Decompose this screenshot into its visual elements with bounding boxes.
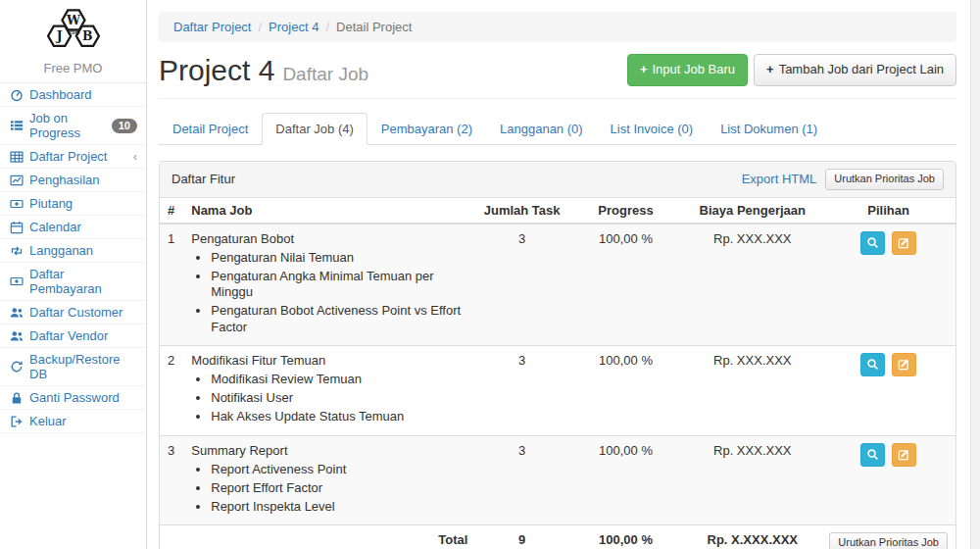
table-icon bbox=[9, 150, 24, 164]
col-pilihan: Pilihan bbox=[821, 198, 956, 224]
page-header: Project 4Daftar Job +Input Job Baru +Tam… bbox=[159, 46, 956, 99]
refresh-icon bbox=[9, 360, 24, 374]
edit-icon bbox=[898, 448, 910, 461]
job-sub-list: Modifikasi Review Temuan Notifikasi User… bbox=[197, 372, 467, 425]
breadcrumb-project-4[interactable]: Project 4 bbox=[269, 20, 318, 34]
search-icon bbox=[866, 236, 879, 249]
biaya-value: Rp. XXX.XXX bbox=[683, 435, 821, 525]
table-header-row: # Nama Job Jumlah Task Progress Biaya Pe… bbox=[160, 198, 956, 224]
sidebar-item-piutang[interactable]: Piutang bbox=[0, 192, 146, 216]
sidebar-item-label: Keluar bbox=[29, 414, 67, 428]
input-job-baru-button[interactable]: +Input Job Baru bbox=[627, 54, 748, 85]
job-sub-item: Report Inspekta Level bbox=[211, 499, 467, 515]
sidebar-item-job-on-progress[interactable]: Job on Progress 10 bbox=[0, 107, 146, 145]
sidebar-item-ganti-password[interactable]: Ganti Password bbox=[0, 386, 146, 410]
table-row: 1 Pengaturan Bobot Pengaturan Nilai Temu… bbox=[160, 224, 956, 346]
sidebar-nav: Dashboard Job on Progress 10 Daftar Proj… bbox=[0, 83, 146, 433]
breadcrumb: Daftar Project/Project 4/Detail Project bbox=[159, 12, 956, 42]
sidebar-item-dashboard[interactable]: Dashboard bbox=[0, 83, 146, 107]
job-name-cell: Modifikasi Fitur Temuan Modifikasi Revie… bbox=[183, 345, 475, 435]
page-title: Project 4Daftar Job bbox=[159, 54, 368, 86]
col-biaya-pengerjaan: Biaya Pengerjaan bbox=[683, 198, 821, 224]
calendar-icon bbox=[9, 221, 24, 234]
breadcrumb-daftar-project[interactable]: Daftar Project bbox=[173, 20, 251, 34]
job-sub-item: Pengaturan Bobot Activeness Point vs Eff… bbox=[211, 303, 467, 335]
sidebar-item-label: Calendar bbox=[29, 220, 81, 234]
th-list-icon bbox=[9, 119, 24, 132]
tab-list-invoice[interactable]: List Invoice (0) bbox=[597, 113, 708, 145]
edit-job-button[interactable] bbox=[892, 231, 916, 255]
total-tasks: 9 bbox=[475, 525, 567, 549]
sidebar-item-daftar-project[interactable]: Daftar Project ‹ bbox=[0, 145, 146, 169]
edit-icon bbox=[898, 236, 910, 249]
job-sub-item: Modifikasi Review Temuan bbox=[211, 372, 467, 387]
breadcrumb-current: Detail Project bbox=[336, 20, 412, 34]
dashboard-icon bbox=[9, 88, 24, 102]
brand: J B W .com Free PMO bbox=[0, 0, 146, 83]
sidebar-item-label: Daftar Project bbox=[29, 149, 107, 164]
retweet-icon bbox=[9, 244, 24, 258]
tab-daftar-job[interactable]: Daftar Job (4) bbox=[262, 113, 367, 145]
tab-list-dokumen[interactable]: List Dokumen (1) bbox=[707, 113, 831, 145]
app-window: J B W .com Free PMO Dashboard Job on Pro… bbox=[0, 0, 980, 549]
jumlah-task-value: 3 bbox=[475, 224, 567, 346]
view-job-button[interactable] bbox=[860, 353, 885, 376]
users-icon bbox=[9, 306, 24, 320]
svg-text:.com: .com bbox=[67, 29, 79, 35]
page-subtitle: Daftar Job bbox=[282, 64, 368, 84]
export-html-link[interactable]: Export HTML bbox=[742, 172, 817, 186]
sidebar-item-backup-restore-db[interactable]: Backup/Restore DB bbox=[0, 348, 146, 386]
urutkan-prioritas-job-button[interactable]: Urutkan Prioritas Job bbox=[825, 169, 944, 190]
lock-icon bbox=[9, 391, 24, 405]
sidebar-item-penghasilan[interactable]: Penghasilan bbox=[0, 169, 146, 192]
svg-text:J: J bbox=[55, 28, 62, 43]
urutkan-prioritas-job-button[interactable]: Urutkan Prioritas Job bbox=[829, 532, 948, 549]
job-sub-list: Pengaturan Nilai Temuan Pengaturan Angka… bbox=[197, 250, 467, 335]
job-sub-item: Pengaturan Nilai Temuan bbox=[211, 250, 467, 266]
pilihan-cell bbox=[821, 435, 956, 525]
sidebar-item-label: Daftar Pembayaran bbox=[29, 267, 137, 296]
job-sub-item: Report Effort Factor bbox=[211, 480, 467, 496]
sidebar-item-label: Langganan bbox=[29, 243, 93, 258]
sidebar-item-daftar-vendor[interactable]: Daftar Vendor bbox=[0, 324, 146, 348]
sidebar-item-daftar-customer[interactable]: Daftar Customer bbox=[0, 301, 146, 324]
edit-job-button[interactable] bbox=[892, 443, 916, 467]
sidebar-item-calendar[interactable]: Calendar bbox=[0, 216, 146, 239]
app-name: Free PMO bbox=[0, 61, 146, 75]
progress-value: 100,00 % bbox=[568, 224, 684, 346]
sidebar-item-label: Piutang bbox=[29, 196, 73, 211]
total-label: Total bbox=[183, 525, 475, 549]
table-row: 3 Summary Report Report Activeness Point… bbox=[160, 435, 956, 525]
view-job-button[interactable] bbox=[860, 231, 885, 255]
search-icon bbox=[866, 358, 879, 371]
total-actions-cell: Urutkan Prioritas Job bbox=[821, 525, 956, 549]
panel-heading-actions: Export HTML Urutkan Prioritas Job bbox=[742, 169, 944, 190]
sidebar-item-keluar[interactable]: Keluar bbox=[0, 410, 146, 433]
line-chart-icon bbox=[9, 174, 24, 187]
money-icon bbox=[9, 274, 24, 288]
tab-bar: Detail Project Daftar Job (4) Pembayaran… bbox=[159, 113, 956, 145]
sidebar-item-langganan[interactable]: Langganan bbox=[0, 239, 146, 263]
job-count-badge: 10 bbox=[112, 119, 137, 133]
tambah-job-dari-project-lain-button[interactable]: +Tambah Job dari Project Lain bbox=[754, 54, 956, 85]
progress-value: 100,00 % bbox=[568, 435, 684, 525]
row-num: 2 bbox=[160, 345, 183, 435]
edit-icon bbox=[898, 358, 910, 371]
tab-detail-project[interactable]: Detail Project bbox=[159, 113, 262, 145]
tab-pembayaran[interactable]: Pembayaran (2) bbox=[368, 113, 486, 145]
view-job-button[interactable] bbox=[860, 443, 885, 467]
svg-text:W: W bbox=[66, 13, 81, 27]
total-biaya: Rp. X.XXX.XXX bbox=[683, 525, 821, 549]
money-icon bbox=[9, 197, 24, 211]
col-nama-job: Nama Job bbox=[183, 198, 475, 224]
breadcrumb-separator: / bbox=[258, 20, 262, 34]
tab-langganan[interactable]: Langganan (0) bbox=[486, 113, 597, 145]
sidebar-item-label: Backup/Restore DB bbox=[29, 352, 137, 381]
sidebar-item-daftar-pembayaran[interactable]: Daftar Pembayaran bbox=[0, 263, 146, 301]
panel-title: Daftar Fitur bbox=[172, 172, 235, 186]
edit-job-button[interactable] bbox=[892, 353, 916, 376]
scrollbar[interactable] bbox=[970, 0, 980, 549]
col-num: # bbox=[160, 198, 183, 224]
sidebar-item-label: Daftar Customer bbox=[29, 305, 122, 320]
header-buttons: +Input Job Baru +Tambah Job dari Project… bbox=[627, 54, 956, 85]
